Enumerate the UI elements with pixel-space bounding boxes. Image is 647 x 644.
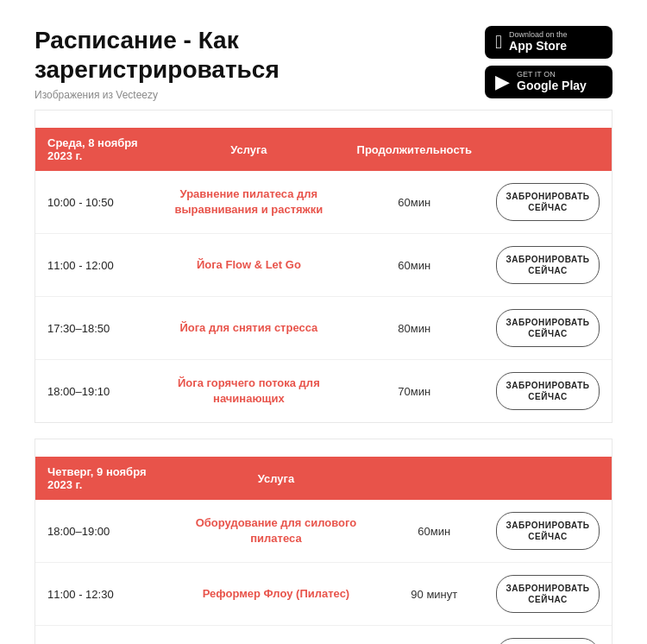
subtitle: Изображения из Vecteezy [35,89,280,101]
time-cell-1-0: 18:00–19:00 [35,500,167,563]
google-play-small-label: GET IT ON [517,71,587,79]
duration-cell-1-0: 60мин [385,500,484,563]
app-store-small-label: Download on the [509,31,568,39]
duration-cell-0-2: 80мин [345,297,484,360]
table-row: 11:00 - 12:00Йога Flow & Let Go60минЗАБР… [35,234,612,297]
duration-header-1 [385,457,484,500]
book-button-0-0[interactable]: ЗАБРОНИРОВАТЬ СЕЙЧАС [496,183,600,221]
table-row: 18:00–19:00Оборудование для силового пил… [35,500,612,563]
duration-header-0: Продолжительность [345,128,484,171]
duration-cell-1-2: 120 минут [385,626,484,644]
service-cell-0-3: Йога горячего потока для начинающих [153,360,344,423]
service-header-0: Услуга [153,128,344,171]
google-play-badge[interactable]: ▶ GET IT ON Google Play [485,66,612,98]
store-badges:  Download on the App Store ▶ GET IT ON … [485,26,612,98]
day-label-1: Четверг, 9 ноября 2023 г. [35,457,167,500]
duration-cell-0-3: 70мин [345,360,484,423]
book-button-1-0[interactable]: ЗАБРОНИРОВАТЬ СЕЙЧАС [496,512,600,550]
service-cell-1-2: Инь/Восстановительная йога [167,626,384,644]
page-title: Расписание - Как зарегистрироваться [35,26,280,84]
duration-cell-0-0: 60мин [345,171,484,234]
book-button-0-2[interactable]: ЗАБРОНИРОВАТЬ СЕЙЧАС [496,309,600,347]
book-button-1-2[interactable]: ЗАБРОНИРОВАТЬ СЕЙЧАС [496,638,600,644]
app-store-badge[interactable]:  Download on the App Store [485,26,612,59]
service-cell-0-0: Уравнение пилатеса для выравнивания и ра… [153,171,344,234]
time-cell-1-1: 11:00 - 12:30 [35,563,167,626]
google-play-icon: ▶ [495,73,510,92]
table-row: 10:00 - 10:50Уравнение пилатеса для выра… [35,171,612,234]
table-row: 17:30–18:50Йога для снятия стресса80минЗ… [35,297,612,360]
time-cell-1-2: 18:00–20:00 [35,626,167,644]
table-row: 11:00 - 12:30Реформер Флоу (Пилатес)90 м… [35,563,612,626]
apple-icon:  [495,33,502,52]
google-play-big-label: Google Play [517,79,587,93]
service-cell-1-0: Оборудование для силового пилатеса [167,500,384,563]
service-cell-0-2: Йога для снятия стресса [153,297,344,360]
service-cell-0-1: Йога Flow & Let Go [153,234,344,297]
table-row: 18:00–19:10Йога горячего потока для начи… [35,360,612,423]
schedule-section-1: Четверг, 9 ноября 2023 г.Услуга18:00–19:… [35,439,612,644]
service-cell-1-1: Реформер Флоу (Пилатес) [167,563,384,626]
duration-cell-1-1: 90 минут [385,563,484,626]
book-button-1-1[interactable]: ЗАБРОНИРОВАТЬ СЕЙЧАС [496,575,600,613]
duration-cell-0-1: 60мин [345,234,484,297]
table-row: 18:00–20:00Инь/Восстановительная йога120… [35,626,612,644]
time-cell-0-0: 10:00 - 10:50 [35,171,153,234]
book-button-0-3[interactable]: ЗАБРОНИРОВАТЬ СЕЙЧАС [496,372,600,410]
time-cell-0-1: 11:00 - 12:00 [35,234,153,297]
action-header-1 [484,457,612,500]
service-header-1: Услуга [167,457,384,500]
time-cell-0-2: 17:30–18:50 [35,297,153,360]
schedule-sections: Среда, 8 ноября 2023 г.УслугаПродолжител… [35,110,612,644]
app-store-big-label: App Store [509,39,568,54]
day-label-0: Среда, 8 ноября 2023 г. [35,128,153,171]
page-header: Расписание - Как зарегистрироваться Изоб… [35,26,612,101]
action-header-0 [484,128,612,171]
book-button-0-1[interactable]: ЗАБРОНИРОВАТЬ СЕЙЧАС [496,246,600,284]
time-cell-0-3: 18:00–19:10 [35,360,153,423]
header-text: Расписание - Как зарегистрироваться Изоб… [35,26,280,101]
schedule-section-0: Среда, 8 ноября 2023 г.УслугаПродолжител… [35,110,612,423]
